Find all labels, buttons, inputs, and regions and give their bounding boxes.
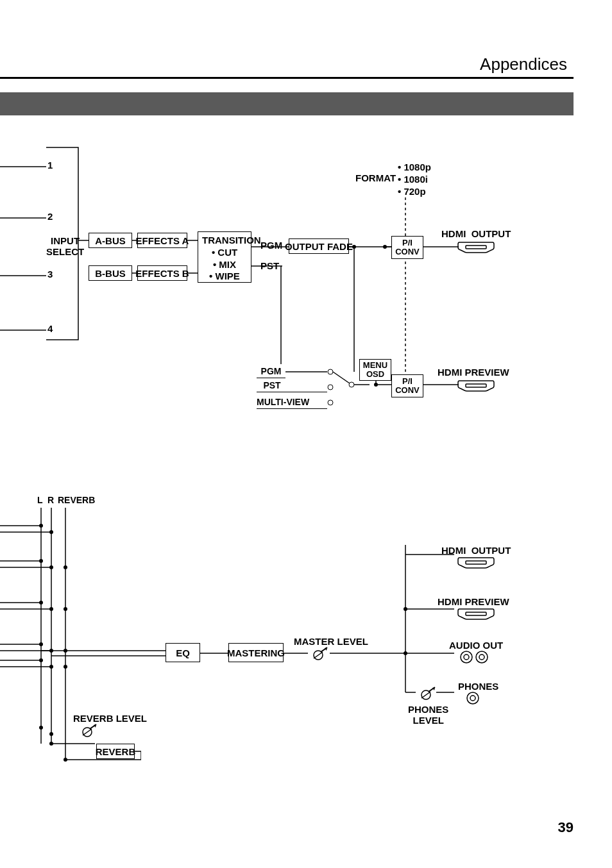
svg-point-49 (49, 565, 53, 569)
svg-point-58 (39, 642, 43, 646)
svg-point-101 (470, 696, 475, 701)
menu-osd-box: MENU OSD (359, 359, 391, 381)
svg-point-100 (467, 692, 479, 704)
audio-hdmi-preview-label: HDMI PREVIEW (438, 596, 509, 607)
format-label: FORMAT (355, 172, 396, 183)
effects-b-box: EFFECTS B (137, 265, 187, 281)
bus-l-label: L (37, 495, 43, 505)
svg-point-45 (49, 530, 53, 534)
mastering-box: MASTERING (228, 643, 284, 662)
svg-point-97 (464, 655, 469, 660)
svg-point-55 (64, 607, 67, 611)
hdmi-preview-icon (457, 378, 495, 394)
svg-line-86 (314, 652, 323, 658)
pi-conv-1-box: P/I CONV (391, 236, 423, 259)
effects-a-box: EFFECTS A (137, 233, 187, 248)
svg-point-96 (461, 651, 472, 663)
svg-point-29 (328, 400, 333, 405)
sel-pst: PST (257, 378, 327, 392)
svg-point-53 (39, 601, 43, 605)
phones-level-knob-icon (416, 686, 439, 700)
svg-point-63 (39, 658, 43, 662)
eq-box: EQ (166, 643, 200, 662)
svg-line-30 (333, 372, 350, 383)
format-options: • 1080p • 1080i • 720p (398, 162, 431, 197)
a-bus-box: A-BUS (89, 233, 132, 248)
hdmi-output-icon (457, 240, 495, 255)
page-number: 39 (558, 819, 574, 836)
svg-point-64 (49, 665, 53, 669)
svg-point-99 (479, 655, 484, 660)
bus-r-label: R (47, 495, 54, 505)
audio-hdmi-preview-icon (457, 606, 495, 622)
sel-multiview: MULTI-VIEW (257, 395, 327, 409)
phones-label: PHONES (458, 681, 498, 692)
master-level-label: MASTER LEVEL (294, 636, 368, 647)
input-2-label: 2 (47, 211, 53, 222)
output-fade-box: OUTPUT FADE (289, 238, 349, 254)
svg-point-98 (476, 651, 488, 663)
input-1-label: 1 (47, 160, 53, 171)
audio-wires (0, 487, 612, 821)
input-4-label: 4 (47, 323, 53, 334)
svg-rect-38 (466, 384, 486, 387)
audio-out-label: AUDIO OUT (449, 640, 503, 651)
svg-rect-94 (466, 561, 486, 564)
bus-reverb-label: REVERB (58, 495, 95, 505)
audio-out-jacks-icon (459, 650, 491, 664)
svg-rect-37 (466, 246, 486, 249)
transition-box: TRANSITION • CUT • MIX • WIPE (198, 231, 251, 283)
svg-point-79 (404, 607, 407, 611)
svg-point-48 (39, 559, 43, 563)
b-bus-box: B-BUS (89, 265, 132, 281)
pst-label: PST (260, 260, 279, 271)
svg-rect-95 (466, 612, 486, 615)
reverb-return-wires (38, 724, 141, 763)
reverb-level-label: REVERB LEVEL (73, 713, 147, 724)
sel-pgm: PGM (257, 364, 285, 378)
master-level-knob-icon (308, 646, 331, 660)
hdmi-output-label: HDMI OUTPUT (441, 228, 511, 239)
svg-point-27 (328, 385, 333, 390)
svg-point-92 (64, 758, 67, 762)
svg-line-105 (421, 692, 430, 698)
audio-hdmi-output-icon (457, 555, 495, 571)
svg-point-93 (49, 742, 53, 746)
svg-point-25 (328, 369, 333, 374)
svg-point-54 (49, 607, 53, 611)
hdmi-preview-label: HDMI PREVIEW (438, 367, 509, 378)
input-3-label: 3 (47, 269, 53, 280)
phones-level-label: PHONES LEVEL (408, 704, 448, 726)
pi-conv-2-box: P/I CONV (391, 374, 423, 397)
pgm-label: PGM (260, 240, 282, 251)
svg-point-44 (39, 524, 43, 528)
svg-point-31 (349, 382, 354, 387)
input-select-label: INPUT SELECT (46, 235, 84, 258)
svg-point-65 (64, 665, 67, 669)
audio-hdmi-output-label: HDMI OUTPUT (441, 545, 511, 556)
phones-jack-icon (466, 691, 480, 705)
svg-point-50 (64, 565, 67, 569)
